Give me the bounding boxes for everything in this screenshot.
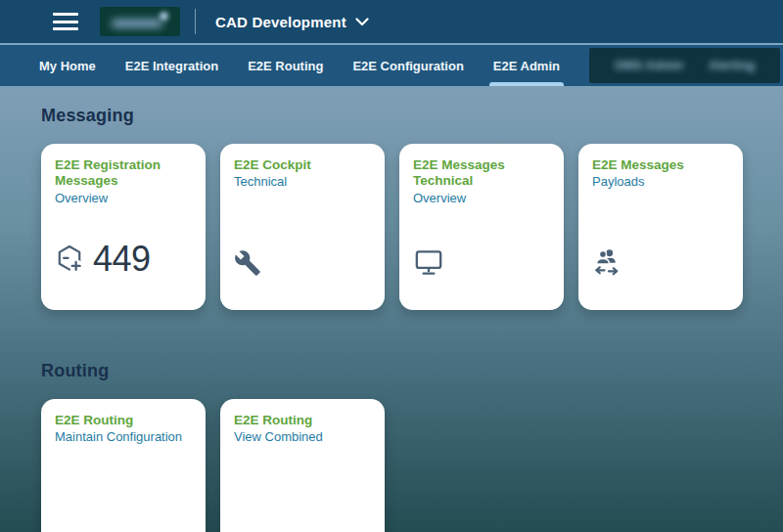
tile-e2e-messages-technical[interactable]: E2E Messages Technical Overview — [399, 144, 564, 310]
tile-subtitle: Payloads — [592, 174, 729, 191]
main-nav: My Home E2E Integration E2E Routing E2E … — [0, 45, 783, 86]
tab-e2e-integration[interactable]: E2E Integration — [125, 45, 218, 86]
wrench-icon — [234, 249, 261, 277]
tile-e2e-routing-view-combined[interactable]: E2E Routing View Combined — [220, 399, 385, 532]
tile-title: E2E Messages Technical — [413, 157, 550, 190]
section-title-routing: Routing — [41, 361, 742, 381]
tile-e2e-registration-messages[interactable]: E2E Registration Messages Overview 449 — [41, 144, 206, 310]
section-messaging: Messaging E2E Registration Messages Over… — [41, 106, 742, 310]
tab-redacted-1[interactable]: OMS Admin — [615, 59, 683, 72]
app-title-dropdown[interactable]: CAD Development — [215, 14, 369, 30]
tile-title: E2E Messages — [592, 157, 729, 173]
tab-redacted-2[interactable]: Alerting — [709, 59, 755, 72]
tile-kpi — [413, 249, 550, 277]
section-title-messaging: Messaging — [41, 106, 742, 126]
launchpad-content: Messaging E2E Registration Messages Over… — [0, 86, 783, 532]
tile-title: E2E Routing — [234, 413, 371, 428]
tile-count: 449 — [93, 242, 151, 277]
tab-e2e-admin[interactable]: E2E Admin — [493, 45, 560, 86]
tile-subtitle: Overview — [55, 191, 192, 207]
section-routing: Routing E2E Routing Maintain Configurati… — [41, 361, 742, 532]
app-title: CAD Development — [215, 14, 346, 30]
company-logo — [100, 7, 180, 36]
tile-title: E2E Cockpit — [234, 157, 371, 173]
tile-title: E2E Routing — [55, 413, 192, 428]
tile-kpi — [234, 249, 371, 277]
monitor-icon — [413, 249, 444, 277]
tile-e2e-cockpit[interactable]: E2E Cockpit Technical — [220, 144, 385, 310]
tile-title: E2E Registration Messages — [55, 157, 192, 190]
tab-my-home[interactable]: My Home — [39, 45, 96, 86]
top-bar: CAD Development — [0, 0, 783, 45]
tile-subtitle: Technical — [234, 174, 371, 191]
tab-e2e-configuration[interactable]: E2E Configuration — [352, 45, 463, 86]
tile-e2e-routing-maintain[interactable]: E2E Routing Maintain Configuration — [41, 399, 206, 532]
header-divider — [195, 9, 196, 34]
tile-kpi — [592, 247, 729, 277]
tile-kpi: 449 — [55, 242, 192, 277]
messaging-tile-row: E2E Registration Messages Overview 449 — [41, 144, 742, 310]
hexagon-add-icon — [55, 244, 84, 275]
tab-e2e-routing[interactable]: E2E Routing — [248, 45, 323, 86]
redacted-tabs-group: OMS Admin Alerting — [589, 48, 780, 83]
launchpad-page: CAD Development My Home E2E Integration … — [0, 0, 783, 532]
tile-subtitle: Maintain Configuration — [55, 429, 192, 446]
tile-subtitle: Overview — [413, 191, 550, 207]
logo-redacted-blur — [112, 20, 162, 27]
hamburger-icon[interactable] — [53, 13, 78, 30]
tile-subtitle: View Combined — [234, 429, 371, 446]
tile-e2e-messages-payloads[interactable]: E2E Messages Payloads — [578, 144, 743, 310]
routing-tile-row: E2E Routing Maintain Configuration E2E R… — [41, 399, 742, 532]
people-transfer-icon — [592, 247, 622, 277]
logo-redacted-dot — [160, 12, 168, 21]
chevron-down-icon — [355, 18, 369, 26]
